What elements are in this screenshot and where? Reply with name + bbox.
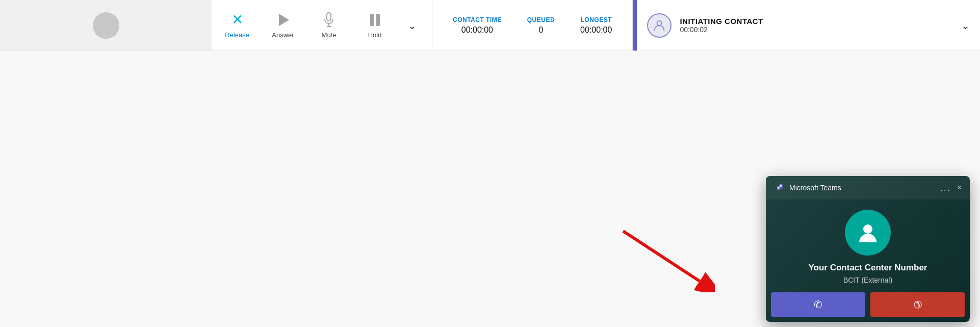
arrow-annotation xyxy=(613,221,715,292)
call-expand-button[interactable]: ⌄ xyxy=(961,19,970,32)
svg-point-3 xyxy=(657,20,662,25)
stat-longest-value: 00:00:00 xyxy=(580,26,612,35)
reject-phone-icon: ✆ xyxy=(910,297,925,312)
mute-label: Mute xyxy=(322,31,337,39)
toolbar-actions: ✕ Release Answer Mute xyxy=(212,0,432,51)
mute-button[interactable]: Mute xyxy=(314,12,344,39)
teams-call-actions: ✆ ✆ xyxy=(766,292,970,322)
toolbar-expand-button[interactable]: ⌄ xyxy=(408,19,417,32)
release-icon: ✕ xyxy=(229,12,245,28)
svg-rect-0 xyxy=(327,13,331,21)
accept-phone-icon: ✆ xyxy=(814,298,822,311)
stat-longest-label: LONGEST xyxy=(580,16,612,23)
call-info: INITIATING CONTACT 00:00:02 xyxy=(680,17,953,34)
caller-subtitle-text: BCIT (External) xyxy=(843,276,892,284)
call-status-text: INITIATING CONTACT xyxy=(680,17,953,26)
avatar xyxy=(93,12,119,39)
hold-icon xyxy=(367,12,383,28)
teams-popup-header: Microsoft Teams ... × xyxy=(766,176,970,199)
release-label: Release xyxy=(225,31,249,39)
stat-contact-time-value: 00:00:00 xyxy=(461,26,493,35)
caller-name-text: Your Contact Center Number xyxy=(809,263,927,273)
teams-logo-icon xyxy=(774,182,785,193)
svg-point-10 xyxy=(863,224,872,234)
toolbar-stats: CONTACT TIME 00:00:00 QUEUED 0 LONGEST 0… xyxy=(432,0,633,51)
stat-queued-value: 0 xyxy=(538,26,543,35)
teams-accept-button[interactable]: ✆ xyxy=(771,292,865,317)
call-avatar xyxy=(647,13,672,38)
teams-popup-body: Your Contact Center Number BCIT (Externa… xyxy=(766,199,970,292)
hold-label: Hold xyxy=(368,31,382,39)
answer-icon xyxy=(275,12,291,28)
stat-queued: QUEUED 0 xyxy=(527,16,555,35)
caller-avatar xyxy=(845,210,891,256)
answer-label: Answer xyxy=(272,31,294,39)
stat-queued-label: QUEUED xyxy=(527,16,555,23)
stat-contact-time-label: CONTACT TIME xyxy=(453,16,502,23)
active-call-section: INITIATING CONTACT 00:00:02 ⌄ xyxy=(633,0,980,51)
active-call-content: INITIATING CONTACT 00:00:02 ⌄ xyxy=(637,13,980,38)
active-call-indicator xyxy=(633,0,637,51)
toolbar: ✕ Release Answer Mute xyxy=(0,0,980,51)
call-timer: 00:00:02 xyxy=(680,26,953,34)
hold-button[interactable]: Hold xyxy=(359,12,390,39)
main-content: Microsoft Teams ... × Your Contact Cente… xyxy=(0,51,980,327)
teams-close-button[interactable]: × xyxy=(957,183,962,192)
release-button[interactable]: ✕ Release xyxy=(222,12,252,39)
teams-app-title: Microsoft Teams xyxy=(789,184,940,192)
stat-contact-time: CONTACT TIME 00:00:00 xyxy=(453,16,502,35)
teams-more-options-button[interactable]: ... xyxy=(940,183,951,193)
svg-point-7 xyxy=(780,185,782,187)
teams-reject-button[interactable]: ✆ xyxy=(870,292,965,317)
stat-longest: LONGEST 00:00:00 xyxy=(580,16,612,35)
mute-icon xyxy=(321,12,337,28)
teams-notification-popup: Microsoft Teams ... × Your Contact Cente… xyxy=(766,176,970,322)
toolbar-left-panel xyxy=(0,0,212,51)
svg-point-9 xyxy=(778,187,779,188)
answer-button[interactable]: Answer xyxy=(268,12,298,39)
svg-line-5 xyxy=(623,231,700,281)
